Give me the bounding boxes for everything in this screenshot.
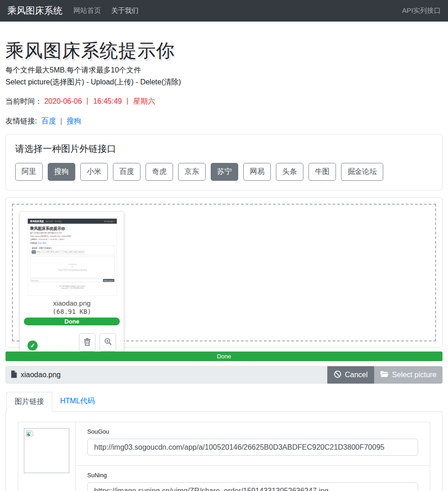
api-button-wangyi[interactable]: 网易	[243, 163, 271, 181]
navbar: 乘风图床系统 网站首页 关于我们 API实列接口	[0, 0, 448, 22]
upload-dropzone[interactable]: 乘风图床系统 网站首页 关于我们 API实列接口 乘风图床系统提示你 每个文件最…	[12, 204, 436, 341]
thumbnail-mini-footer: 基于API的图床系统接口 2020年制作 Copyright © 2020 乘风…	[30, 285, 115, 289]
field-suning: SuNing	[76, 465, 430, 491]
api-button-xiaomi[interactable]: 小米	[80, 163, 108, 181]
thumbnail-mini-nav-home: 网站首页	[46, 220, 53, 223]
thumbnail-mini-nav-about: 关于我们	[55, 220, 62, 223]
thumbnail-mini-page: 乘风图床系统 网站首页 关于我们 API实列接口 乘风图床系统提示你 每个文件最…	[28, 218, 117, 296]
selected-file-display[interactable]: xiaodao.png	[6, 366, 327, 384]
field-label-sougou: SouGou	[87, 428, 418, 435]
trash-icon	[84, 338, 91, 347]
thumbnail-mini-dropzone: chengfeng or Copy 2020 chengfengxuchuang	[30, 257, 115, 278]
api-endpoint-panel: 请选择一种图片外链接口 阿里 搜狗 小米 百度 奇虎 京东 苏宁 网易 头条 牛…	[6, 134, 442, 190]
thumbnail-mini-time: 当前时间：2020-06-06 丨 16:45:49 丨 星期六	[30, 239, 115, 241]
api-button-sogou[interactable]: 搜狗	[48, 163, 75, 181]
thumbnail-mini-navbar: 乘风图床系统 网站首页 关于我们 API实列接口	[28, 219, 117, 224]
tab-html-code[interactable]: HTML代码	[52, 392, 103, 412]
api-button-toutiao[interactable]: 头条	[276, 163, 303, 181]
navbar-brand[interactable]: 乘风图床系统	[7, 5, 62, 17]
api-button-qihu[interactable]: 奇虎	[146, 163, 173, 181]
time-value: 2020-06-06 丨 16:45:49 丨 星期六	[44, 97, 155, 105]
field-sougou: SouGou	[76, 422, 430, 465]
select-picture-button[interactable]: Select picture	[374, 366, 442, 384]
result-fields-cell: SouGou SuNing	[76, 422, 430, 491]
cancel-icon	[334, 370, 342, 380]
upload-limit-text: 每个文件最大5MB.每个请求最多10个文件	[6, 66, 442, 75]
thumbnail-mini-api-panel: 请选择一种图片外链接口 阿里 搜狗 小米 百度 奇虎 京东 苏宁 网易	[30, 246, 115, 255]
file-input-group: xiaodao.png Cancel Select picture	[6, 366, 442, 384]
api-button-jd[interactable]: 京东	[178, 163, 206, 181]
thumbnail-mini-brand: 乘风图床系统	[30, 220, 44, 223]
api-panel-title: 请选择一种图片外链接口	[15, 143, 433, 155]
uploaded-file-name: xiaodao.png	[28, 299, 116, 307]
uploaded-file-size: (68.91 KB)	[28, 308, 116, 315]
result-table: SouGou SuNing	[18, 422, 430, 491]
api-button-baidu[interactable]: 百度	[113, 163, 140, 181]
api-button-juejin[interactable]: 掘金论坛	[341, 163, 383, 181]
zoom-in-icon	[104, 338, 112, 347]
image-links-tab-panel: SouGou SuNing	[6, 412, 442, 491]
friend-link-sogou[interactable]: 搜狗	[67, 117, 81, 125]
friend-links-row: 友情链接: 百度 | 搜狗	[6, 117, 442, 126]
uploaded-file-card: 乘风图床系统 网站首页 关于我们 API实列接口 乘风图床系统提示你 每个文件最…	[20, 212, 124, 356]
friend-links-label: 友情链接:	[6, 117, 37, 125]
result-image-cell	[18, 422, 76, 491]
thumbnail-mini-line1: 每个文件最大5MB.每个请求最多10个文件	[30, 232, 115, 234]
nav-link-api[interactable]: API实列接口	[402, 6, 441, 15]
nav-link-home[interactable]: 网站首页	[73, 6, 101, 15]
friend-link-baidu[interactable]: 百度	[41, 117, 56, 125]
url-input-sougou[interactable]	[87, 439, 418, 456]
selected-file-name: xiaodao.png	[21, 371, 61, 379]
friend-links-separator: |	[60, 117, 62, 125]
zoom-preview-button[interactable]	[100, 333, 116, 352]
thumbnail-mini-title: 乘风图床系统提示你	[30, 226, 115, 232]
api-button-row: 阿里 搜狗 小米 百度 奇虎 京东 苏宁 网易 头条 牛图 掘金论坛	[15, 163, 433, 181]
file-card-footer: ✓	[28, 332, 116, 352]
api-button-niutu[interactable]: 牛图	[308, 163, 336, 181]
api-button-ali[interactable]: 阿里	[15, 163, 43, 181]
upload-progress-bar: Done	[6, 352, 442, 361]
current-time-row: 当前时间： 2020-06-06 丨 16:45:49 丨 星期六	[6, 97, 442, 106]
result-image-placeholder	[24, 428, 69, 473]
file-icon	[11, 370, 17, 380]
file-progress-bar: Done	[24, 318, 120, 325]
success-check-icon: ✓	[28, 340, 38, 351]
broken-image-icon	[26, 432, 34, 440]
thumbnail-mini-line2: Select picture(选择图片) - Upload(上传) - Dele…	[30, 235, 115, 237]
thumbnail-mini-friend-links: 友情链接: 百度 | 搜狗	[30, 242, 115, 244]
result-tabs: 图片链接 HTML代码	[6, 392, 442, 412]
time-label: 当前时间：	[6, 97, 42, 105]
thumbnail-mini-file-input: Select files... Select picture	[30, 279, 115, 283]
tab-image-links[interactable]: 图片链接	[6, 392, 52, 412]
uploaded-image-thumbnail[interactable]: 乘风图床系统 网站首页 关于我们 API实列接口 乘风图床系统提示你 每个文件最…	[28, 218, 117, 296]
upload-help-text: Select picture(选择图片) - Upload(上传) - Dele…	[6, 78, 442, 87]
api-button-suning[interactable]: 苏宁	[211, 163, 238, 181]
url-input-suning[interactable]	[87, 482, 418, 491]
folder-open-icon	[380, 371, 389, 379]
cancel-button[interactable]: Cancel	[327, 366, 374, 384]
upload-panel: 乘风图床系统 网站首页 关于我们 API实列接口 乘风图床系统提示你 每个文件最…	[6, 197, 442, 348]
page-title: 乘风图床系统提示你	[6, 38, 442, 63]
field-label-suning: SuNing	[87, 472, 418, 479]
nav-link-about[interactable]: 关于我们	[111, 6, 139, 15]
thumbnail-mini-nav-api: API实列接口	[104, 220, 114, 223]
delete-file-button[interactable]	[79, 333, 95, 352]
thumbnail-mini-body: 乘风图床系统提示你 每个文件最大5MB.每个请求最多10个文件 Select p…	[28, 226, 117, 290]
